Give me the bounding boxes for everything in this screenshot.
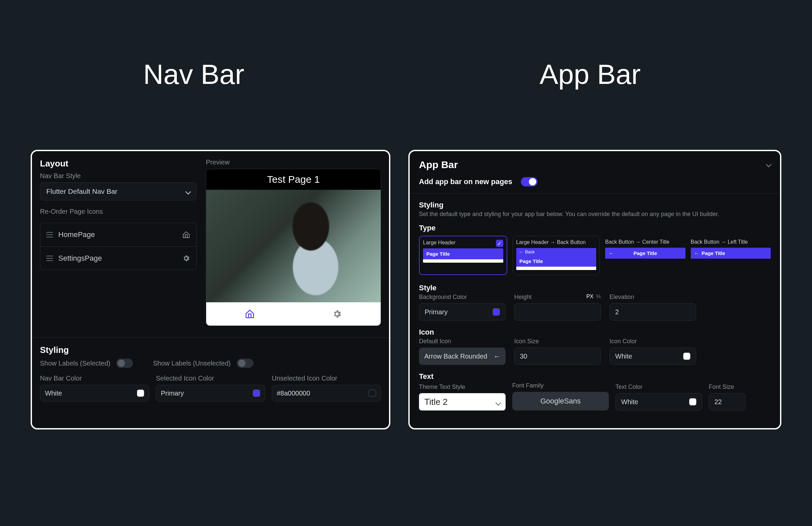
drag-handle-icon[interactable] [46, 256, 53, 261]
page-name: SettingsPage [58, 254, 177, 263]
nav-bar-style-select[interactable]: Flutter Default Nav Bar [40, 182, 197, 201]
icon-color-input[interactable]: White [609, 348, 696, 365]
icon-size-input[interactable]: 30 [514, 348, 601, 365]
type-card-back-center[interactable]: Back Button → Center Title Page Title [605, 236, 685, 275]
theme-text-style-value: Title 2 [424, 397, 448, 407]
unit-px[interactable]: PX [586, 294, 593, 301]
chevron-down-icon [186, 187, 190, 195]
height-input[interactable] [514, 303, 601, 321]
heading-nav-bar: Nav Bar [143, 58, 244, 90]
elevation-label: Elevation [609, 294, 696, 301]
page-row-settings[interactable]: SettingsPage [40, 246, 196, 270]
type-card-large-header-back[interactable]: Large Header → Back Button Back Page Tit… [512, 236, 600, 275]
styling-desc: Set the default type and styling for you… [419, 211, 771, 218]
type-preview-title: Page Title [516, 256, 596, 267]
preview-page-title: Test Page 1 [206, 169, 381, 190]
bg-color-input[interactable]: Primary [419, 303, 506, 321]
type-label: Type [419, 224, 771, 232]
font-size-input[interactable]: 22 [709, 393, 745, 410]
input-value: 2 [615, 308, 619, 316]
unit-toggle[interactable]: PX % [586, 294, 601, 301]
gear-icon [182, 254, 190, 262]
styling-title: Styling [40, 345, 381, 355]
chevron-down-icon[interactable] [767, 162, 771, 168]
unselected-icon-color-input[interactable]: #8a000000 [272, 385, 381, 401]
type-preview-bar: Page Title [691, 248, 771, 259]
default-icon-button[interactable]: Arrow Back Rounded [419, 348, 506, 365]
color-swatch [137, 390, 144, 397]
arrow-left-icon [519, 249, 523, 254]
nav-bar-color-label: Nav Bar Color [40, 375, 149, 382]
selected-icon-color-input[interactable]: Primary [156, 385, 265, 401]
icon-heading: Icon [419, 328, 771, 337]
color-value: #8a000000 [277, 390, 310, 397]
type-preview-bar: Page Title [605, 248, 685, 259]
nav-bar-style-value: Flutter Default Nav Bar [46, 187, 118, 195]
color-value: White [45, 390, 62, 397]
layout-title: Layout [40, 159, 197, 169]
color-swatch [683, 353, 691, 360]
type-card-label: Back Button → Center Title [605, 239, 685, 245]
color-value: Primary [161, 390, 184, 397]
text-color-label: Text Color [615, 383, 702, 391]
type-preview-title: Page Title [634, 250, 657, 256]
default-icon-label: Default Icon [419, 338, 506, 345]
page-list: HomePage SettingsPage [40, 223, 197, 270]
style-heading: Style [419, 284, 771, 292]
page-name: HomePage [58, 230, 177, 239]
drag-handle-icon[interactable] [46, 232, 53, 237]
back-label: Back [525, 249, 535, 254]
check-icon: ✓ [496, 240, 503, 247]
font-family-button[interactable]: GoogleSans [512, 392, 609, 410]
color-swatch [253, 390, 260, 397]
font-size-label: Font Size [709, 383, 745, 391]
theme-text-style-select[interactable]: Title 2 [419, 393, 506, 410]
unit-percent[interactable]: % [596, 294, 601, 301]
font-family-value: GoogleSans [540, 397, 581, 406]
elevation-input[interactable]: 2 [609, 303, 696, 321]
selected-icon-color-label: Selected Icon Color [156, 375, 265, 382]
color-value: White [615, 353, 632, 360]
type-card-label: Large Header [423, 240, 503, 246]
nav-bar-color-input[interactable]: White [40, 385, 149, 401]
add-appbar-toggle[interactable] [521, 177, 538, 187]
theme-text-style-label: Theme Text Style [419, 383, 506, 391]
arrow-left-icon [609, 250, 613, 256]
color-swatch [493, 308, 500, 316]
color-value: Primary [425, 308, 448, 316]
bg-color-label: Background Color [419, 294, 506, 301]
height-label: Height [514, 294, 532, 301]
color-swatch [689, 398, 696, 406]
unselected-icon-color-label: Unselected Icon Color [272, 375, 381, 382]
heading-app-bar: App Bar [539, 58, 641, 90]
preview-image [206, 190, 381, 302]
styling-title: Styling [419, 201, 771, 209]
divider [410, 193, 780, 193]
type-preview-title: Page Title [702, 250, 725, 256]
preview-label: Preview [206, 159, 381, 166]
text-heading: Text [419, 372, 771, 381]
icon-color-label: Icon Color [609, 338, 696, 345]
text-color-input[interactable]: White [615, 393, 702, 410]
input-value: 22 [714, 398, 722, 406]
home-icon [182, 231, 190, 239]
show-labels-unselected-label: Show Labels (Unselected) [153, 360, 231, 367]
show-labels-selected-label: Show Labels (Selected) [40, 360, 110, 367]
color-swatch [369, 390, 376, 397]
preview-navbar [206, 302, 381, 325]
home-icon [245, 309, 255, 319]
color-value: White [621, 398, 638, 406]
show-labels-unselected-toggle[interactable] [237, 359, 253, 368]
show-labels-selected-toggle[interactable] [116, 359, 133, 368]
app-bar-panel: App Bar Add app bar on new pages Styling… [408, 150, 781, 429]
type-card-label: Back Button → Left Title [691, 239, 771, 245]
page-row-home[interactable]: HomePage [40, 223, 196, 246]
type-preview-title: Page Title [423, 248, 503, 259]
type-card-large-header[interactable]: Large Header ✓ Page Title [419, 236, 507, 275]
type-card-label: Large Header → Back Button [516, 239, 596, 245]
nav-bar-style-label: Nav Bar Style [40, 172, 197, 180]
reorder-pages-label: Re-Order Page Icons [40, 208, 197, 215]
icon-size-label: Icon Size [514, 338, 601, 345]
type-card-back-left[interactable]: Back Button → Left Title Page Title [691, 236, 771, 275]
nav-bar-panel: Layout Nav Bar Style Flutter Default Nav… [31, 150, 390, 429]
